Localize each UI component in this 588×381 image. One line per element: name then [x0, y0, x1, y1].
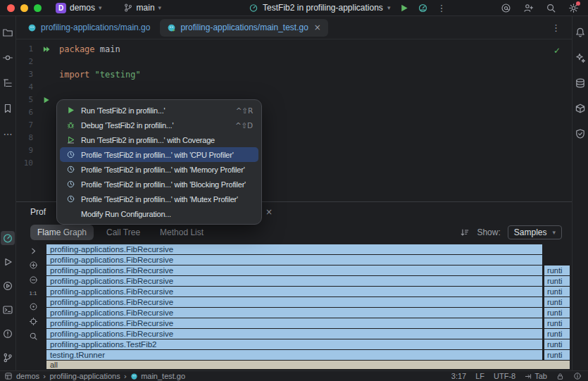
flame-bar[interactable]: profiling-applications.FibRecursive — [46, 255, 542, 265]
close-window-button[interactable] — [7, 4, 15, 12]
flame-bar[interactable]: profiling-applications.FibRecursive — [46, 244, 542, 254]
zoom-out-icon[interactable] — [29, 275, 38, 285]
line-number[interactable]: 1 — [16, 43, 33, 56]
menu-item-profile-cpu[interactable]: Profile 'TestFib2 in profilin...' with '… — [60, 147, 258, 162]
cursor-position[interactable]: 3:17 — [451, 372, 466, 380]
fullscreen-window-button[interactable] — [34, 4, 42, 12]
profiler-button[interactable] — [418, 3, 428, 13]
workspace-icon[interactable] — [4, 372, 13, 380]
flame-bar[interactable]: profiling-applications.FibRecursive — [46, 318, 542, 328]
zoom-in-icon[interactable] — [29, 261, 38, 270]
flame-bar[interactable]: testing.tRunner — [46, 350, 542, 360]
flame-bar-runtime[interactable]: runti — [544, 329, 570, 339]
tab-main-test-go[interactable]: profiling-applications/main_test.go × — [160, 19, 328, 37]
flame-bar-runtime[interactable]: runti — [544, 308, 570, 318]
run-tool-button[interactable] — [1, 255, 15, 269]
tab-flame-graph[interactable]: Flame Graph — [30, 225, 94, 240]
crosshair-icon[interactable] — [29, 317, 38, 326]
line-number[interactable]: 2 — [16, 56, 33, 68]
flame-bar[interactable]: profiling-applications.FibRecursive — [46, 329, 542, 339]
menu-item-run-coverage[interactable]: Run 'TestFib2 in profilin...' with Cover… — [60, 132, 258, 147]
notifications-bell-icon[interactable] — [573, 25, 587, 39]
encoding-indicator[interactable]: UTF-8 — [494, 372, 515, 380]
menu-item-run[interactable]: Run 'TestFib2 in profilin...' ^⇧R — [60, 103, 258, 118]
sort-icon[interactable] — [460, 227, 470, 237]
line-number[interactable]: 4 — [16, 81, 33, 94]
close-profiler-session-icon[interactable]: × — [265, 207, 273, 217]
flame-bar-runtime[interactable]: runti — [544, 339, 570, 349]
breadcrumb-folder[interactable]: profiling-applications — [49, 372, 120, 380]
flame-bar-all[interactable]: all — [46, 361, 570, 369]
search-icon[interactable] — [29, 332, 38, 341]
indent-indicator[interactable]: Tab — [525, 372, 547, 380]
dependencies-icon[interactable] — [573, 101, 587, 115]
menu-item-profile-memory[interactable]: Profile 'TestFib2 in profilin...' with '… — [60, 162, 258, 177]
version-control-tool-button[interactable] — [1, 351, 15, 365]
menu-item-debug[interactable]: Debug 'TestFib2 in profilin...' ^⇧D — [60, 118, 258, 132]
close-tab-icon[interactable]: × — [314, 23, 321, 32]
flame-bar[interactable]: profiling-applications.FibRecursive — [46, 266, 542, 275]
inspections-ok-icon[interactable]: ✓ — [553, 46, 561, 56]
line-ending-indicator[interactable]: LF — [475, 372, 484, 380]
menu-item-profile-mutex[interactable]: Profile 'TestFib2 in profilin...' with '… — [60, 192, 258, 206]
breadcrumb-file[interactable]: main_test.go — [130, 372, 185, 380]
line-number[interactable]: 8 — [16, 132, 33, 144]
flame-bar-runtime[interactable]: runti — [544, 318, 570, 328]
menu-item-profile-blocking[interactable]: Profile 'TestFib2 in profilin...' with '… — [60, 177, 258, 192]
add-user-icon[interactable] — [523, 3, 534, 13]
flame-bar[interactable]: profiling-applications.TestFib2 — [46, 339, 542, 349]
flame-bar[interactable]: profiling-applications.FibRecursive — [46, 287, 542, 296]
terminal-tool-button[interactable] — [1, 303, 15, 317]
flame-bar-runtime[interactable]: runti — [544, 350, 570, 360]
breadcrumb-project[interactable]: demos — [16, 372, 39, 380]
tab-method-list[interactable]: Method List — [153, 225, 211, 240]
show-dropdown[interactable]: Samples ▾ — [508, 225, 562, 239]
project-tool-button[interactable] — [1, 25, 15, 39]
line-number[interactable]: 3 — [16, 68, 33, 81]
focus-node-icon[interactable] — [29, 302, 38, 311]
info-icon[interactable] — [573, 372, 582, 380]
project-widget[interactable]: D demos ▾ — [51, 1, 106, 15]
run-all-gutter-icon[interactable] — [33, 45, 59, 54]
tab-call-tree[interactable]: Call Tree — [99, 225, 147, 240]
problems-tool-button[interactable] — [1, 327, 15, 341]
readonly-lock-icon[interactable] — [556, 373, 564, 380]
tab-main-go[interactable]: profiling-applications/main.go — [20, 16, 157, 39]
security-shield-icon[interactable] — [573, 127, 587, 141]
more-actions-button[interactable]: ⋮ — [437, 4, 446, 13]
zoom-reset-button[interactable]: 1:1 — [29, 290, 37, 296]
line-number[interactable]: 7 — [16, 119, 33, 132]
run-configuration-selector[interactable]: TestFib2 in profiling-applications ▾ — [249, 3, 390, 13]
flame-bar[interactable]: profiling-applications.FibRecursive — [46, 276, 542, 286]
line-number[interactable]: 10 — [16, 157, 33, 170]
more-tool-windows-button[interactable]: ⋯ — [1, 127, 15, 141]
commit-tool-button[interactable] — [1, 51, 15, 65]
tab-options-icon[interactable]: ⋮ — [551, 23, 572, 33]
ai-assistant-icon[interactable] — [573, 51, 587, 65]
run-test-gutter-icon[interactable] — [33, 96, 59, 104]
profiler-panel-title[interactable]: Prof — [30, 207, 46, 217]
flame-bar[interactable]: profiling-applications.FibRecursive — [46, 308, 542, 318]
expand-node-icon[interactable] — [30, 247, 37, 255]
flame-bar[interactable]: profiling-applications.FibRecursive — [46, 297, 542, 307]
structure-tool-button[interactable] — [1, 76, 15, 90]
flame-bar-runtime[interactable]: runti — [544, 266, 570, 275]
bookmarks-tool-button[interactable] — [1, 101, 15, 115]
branch-widget[interactable]: main ▾ — [119, 1, 166, 14]
database-icon[interactable] — [573, 76, 587, 90]
flame-bar-runtime[interactable]: runti — [544, 287, 570, 296]
flame-bar-runtime[interactable]: runti — [544, 276, 570, 286]
services-tool-button[interactable] — [1, 279, 15, 293]
profiler-tool-button[interactable] — [1, 231, 15, 245]
code-with-me-icon[interactable] — [501, 3, 511, 13]
minimize-window-button[interactable] — [20, 4, 28, 12]
flame-row: profiling-applications.FibRecursive runt… — [46, 318, 570, 328]
menu-item-modify-run-config[interactable]: Modify Run Configuration... — [60, 206, 258, 221]
flame-bar-runtime[interactable]: runti — [544, 297, 570, 307]
line-number[interactable]: 9 — [16, 144, 33, 157]
settings-icon[interactable] — [568, 3, 579, 13]
search-everywhere-icon[interactable] — [546, 3, 556, 13]
line-number[interactable]: 6 — [16, 106, 33, 119]
run-button[interactable] — [399, 3, 409, 13]
line-number[interactable]: 5 — [16, 94, 33, 106]
